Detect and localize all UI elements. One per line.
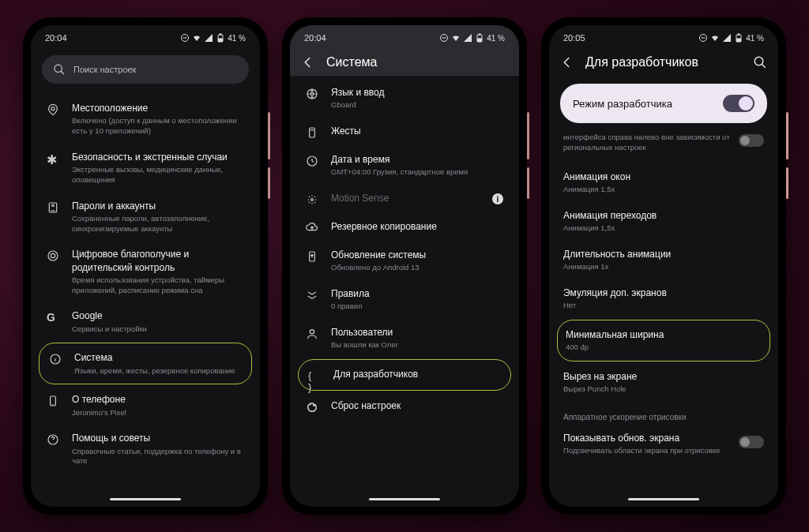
item-sub: Обновлено до Android 13 xyxy=(331,263,508,273)
item-label: Жесты xyxy=(331,125,508,137)
list-item[interactable]: GGoogleСервисы и настройки xyxy=(31,302,260,341)
info-icon[interactable]: i xyxy=(492,193,503,204)
system-screen: 20:04 41 % Система Язык и вводGboardЖест… xyxy=(290,25,519,507)
item-sub: Подсвечивать области экрана при отрисовк… xyxy=(563,446,767,456)
list-item[interactable]: Правила0 правил xyxy=(290,280,519,319)
key-icon xyxy=(45,200,61,214)
status-icons: 41 % xyxy=(180,33,246,43)
list-item[interactable]: Анимация переходовАнимация 1,5x xyxy=(549,202,778,241)
item-label: Показывать обнов. экрана xyxy=(563,432,767,444)
list-item[interactable]: Язык и вводGboard xyxy=(290,79,519,118)
list-item[interactable]: Помощь и советыСправочные статьи, поддер… xyxy=(31,425,260,474)
item-label: Эмуляция доп. экранов xyxy=(563,287,767,299)
list-item[interactable]: Сброс настроек xyxy=(290,392,519,421)
phone-icon xyxy=(45,393,61,407)
section-hw-accel: Аппаратное ускорение отрисовки xyxy=(549,405,778,425)
backup-icon xyxy=(304,220,320,234)
svg-rect-2 xyxy=(220,34,221,35)
item-sub: Gboard xyxy=(331,100,508,111)
partial-item-rtl[interactable]: интерфейса справа налево вне зависимости… xyxy=(549,131,778,160)
list-item[interactable]: МестоположениеВключено (доступ к данным … xyxy=(31,95,260,144)
list-item[interactable]: Пароли и аккаунтыСохраненные пароли, авт… xyxy=(31,193,260,242)
system-list: Язык и вводGboardЖестыДата и времяGMT+04… xyxy=(290,76,519,424)
item-label: Помощь и советы xyxy=(72,432,249,444)
back-icon[interactable] xyxy=(301,55,315,69)
item-label: Обновление системы xyxy=(331,249,508,261)
list-item[interactable]: Минимальная ширина400 dp xyxy=(557,320,770,362)
list-item-show-updates[interactable]: Показывать обнов. экрана Подсвечивать об… xyxy=(549,425,778,463)
nav-handle[interactable] xyxy=(369,498,440,500)
item-label: Motion Sense xyxy=(331,192,508,204)
item-sub: Время использования устройства, таймеры … xyxy=(72,275,249,296)
status-bar: 20:05 41 % xyxy=(549,25,778,47)
developer-mode-toggle[interactable] xyxy=(723,95,754,112)
back-icon[interactable] xyxy=(560,55,574,69)
wifi-icon xyxy=(192,33,201,43)
appbar-system: Система xyxy=(290,47,519,76)
list-item[interactable]: Жесты xyxy=(290,118,519,146)
item-label: Пользователи xyxy=(331,326,508,339)
battery-text: 41 % xyxy=(746,34,764,43)
google-icon: G xyxy=(45,309,61,324)
page-title: Система xyxy=(326,55,508,69)
item-sub: 400 dp xyxy=(566,343,762,353)
gesture-icon xyxy=(304,125,320,139)
list-item[interactable]: { }Для разработчиков xyxy=(298,359,511,391)
item-sub: Справочные статьи, поддержка по телефону… xyxy=(72,447,249,467)
item-sub: Включено (доступ к данным о местоположен… xyxy=(72,116,249,137)
list-item[interactable]: Вырез на экранеВырез Punch Hole xyxy=(549,363,778,402)
status-bar: 20:04 41 % xyxy=(290,25,519,47)
item-label: Дата и время xyxy=(331,153,508,166)
item-sub: Анимация 1x xyxy=(563,262,767,272)
page-title: Для разработчиков xyxy=(585,55,742,69)
item-label: Длительность анимации xyxy=(563,248,767,260)
partial-sub: интерфейса справа налево вне зависимости… xyxy=(563,133,767,153)
item-label: Безопасность и экстренные случаи xyxy=(72,151,249,163)
developer-list: Анимация оконАнимация 1,5xАнимация перех… xyxy=(549,160,778,405)
search-icon[interactable] xyxy=(753,55,767,69)
item-sub: Сохраненные пароли, автозаполнение, синх… xyxy=(72,214,249,234)
developer-mode-card[interactable]: Режим разработчика xyxy=(560,84,767,123)
search-icon xyxy=(53,63,66,76)
item-sub: Jeronimo's Pixel xyxy=(72,408,249,418)
battery-text: 41 % xyxy=(487,34,505,43)
search-settings[interactable]: Поиск настроек xyxy=(42,55,249,84)
info-icon xyxy=(47,351,63,365)
item-sub: Нет xyxy=(563,301,767,311)
signal-icon xyxy=(204,33,213,43)
list-item[interactable]: ✱Безопасность и экстренные случаиЭкстрен… xyxy=(31,144,260,193)
item-sub: Вырез Punch Hole xyxy=(563,384,767,395)
list-item[interactable]: Эмуляция доп. экрановНет xyxy=(549,279,778,318)
nav-handle[interactable] xyxy=(110,498,181,500)
list-item[interactable]: Резервное копирование xyxy=(290,213,519,242)
help-icon xyxy=(45,432,61,446)
rtl-toggle[interactable] xyxy=(739,134,764,147)
list-item[interactable]: О телефонеJeronimo's Pixel xyxy=(31,386,260,425)
item-sub: Сервисы и настройки xyxy=(72,324,249,335)
svg-point-27 xyxy=(754,57,763,66)
search-placeholder: Поиск настроек xyxy=(73,65,136,74)
svg-rect-26 xyxy=(737,39,741,42)
status-icons: 41 % xyxy=(698,33,764,43)
wifi-icon xyxy=(451,33,461,43)
list-item[interactable]: ПользователиВы вошли как Олег xyxy=(290,319,519,358)
list-item[interactable]: СистемаЯзыки, время, жесты, резервное ко… xyxy=(39,343,252,384)
svg-point-9 xyxy=(48,251,58,260)
wellbeing-icon xyxy=(45,248,61,262)
battery-icon xyxy=(734,33,743,43)
svg-point-5 xyxy=(51,107,55,111)
svg-point-20 xyxy=(311,199,314,201)
signal-icon xyxy=(463,33,472,43)
list-item[interactable]: Обновление системыОбновлено до Android 1… xyxy=(290,242,519,280)
item-label: Минимальная ширина xyxy=(566,328,762,341)
item-label: Анимация переходов xyxy=(563,209,767,222)
list-item[interactable]: Цифровое благополучие и родительский кон… xyxy=(31,241,260,302)
list-item[interactable]: Длительность анимацииАнимация 1x xyxy=(549,241,778,279)
list-item[interactable]: Motion Sensei xyxy=(290,185,519,213)
nav-handle[interactable] xyxy=(628,498,699,500)
show-updates-toggle[interactable] xyxy=(739,436,764,448)
item-label: Для разработчиков xyxy=(333,368,502,380)
list-item[interactable]: Дата и времяGMT+04:00 Грузия, стандартно… xyxy=(290,146,519,185)
svg-rect-15 xyxy=(479,34,480,35)
list-item[interactable]: Анимация оконАнимация 1,5x xyxy=(549,163,778,202)
